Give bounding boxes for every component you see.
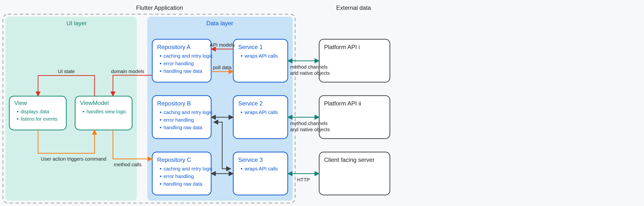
label-ext1-l1: method channels bbox=[290, 121, 328, 126]
repo-b-b0: caching and retry logic bbox=[164, 110, 212, 115]
label-api-models: API models bbox=[210, 42, 235, 48]
repo-a-b1: error handling bbox=[164, 61, 194, 66]
svc-1-title: Service 1 bbox=[238, 44, 263, 50]
label-method-calls: method calls bbox=[114, 162, 142, 167]
architecture-diagram: Flutter Application External data UI lay… bbox=[0, 0, 644, 206]
label-ext0-l1: method channels bbox=[290, 64, 328, 70]
view-title: View bbox=[14, 100, 27, 106]
svg-point-22 bbox=[241, 168, 242, 170]
repo-b-box: Repository B caching and retry logic err… bbox=[152, 96, 212, 139]
viewmodel-title: ViewModel bbox=[80, 100, 109, 106]
svc-1-box: Service 1 wraps API calls bbox=[233, 39, 288, 82]
label-ext1-l2: and native objects bbox=[290, 127, 330, 132]
repo-a-title: Repository A bbox=[157, 44, 190, 50]
repo-c-b0: caching and retry logic bbox=[164, 166, 212, 172]
ui-layer-title: UI layer bbox=[66, 20, 87, 26]
repo-c-box: Repository C caching and retry logic err… bbox=[152, 152, 212, 195]
repo-a-box: Repository A caching and retry logic err… bbox=[152, 39, 212, 82]
svg-point-11 bbox=[160, 119, 161, 121]
repo-b-b2: handling raw data bbox=[164, 125, 202, 130]
svg-point-12 bbox=[160, 127, 161, 128]
svg-point-6 bbox=[160, 55, 161, 57]
ext-0-title: Platform API i bbox=[324, 44, 360, 50]
viewmodel-box: ViewModel handles view logic bbox=[75, 96, 132, 130]
ext-2-box: Client facing server bbox=[319, 152, 390, 195]
svg-point-18 bbox=[241, 55, 242, 57]
repo-c-b2: handling raw data bbox=[164, 181, 202, 187]
svg-point-7 bbox=[160, 63, 161, 64]
label-user-action: User action triggers command bbox=[41, 156, 106, 162]
svg-point-15 bbox=[160, 176, 161, 177]
svc-2-title: Service 2 bbox=[238, 100, 263, 107]
svc-3-b0: wraps API calls bbox=[244, 166, 278, 172]
repo-a-b0: caching and retry logic bbox=[164, 53, 212, 59]
external-title: External data bbox=[336, 4, 371, 11]
ext-1-title: Platform API ii bbox=[324, 100, 361, 107]
label-ext2-l1: HTTP bbox=[297, 177, 310, 183]
svg-point-16 bbox=[160, 183, 161, 185]
svg-point-1 bbox=[17, 111, 18, 112]
label-poll-data: poll data bbox=[213, 65, 232, 70]
svg-point-14 bbox=[160, 168, 161, 170]
svc-2-box: Service 2 wraps API calls bbox=[233, 96, 288, 139]
repo-b-title: Repository B bbox=[157, 100, 191, 107]
repo-c-b1: error handling bbox=[164, 174, 194, 179]
svc-3-box: Service 3 wraps API calls bbox=[233, 152, 288, 195]
label-ui-state: UI state bbox=[58, 69, 75, 74]
svc-1-b0: wraps API calls bbox=[244, 53, 278, 59]
svc-3-title: Service 3 bbox=[238, 157, 263, 163]
viewmodel-bullet-0: handles view logic bbox=[86, 109, 126, 114]
label-ext0-l2: and native objects bbox=[290, 70, 330, 76]
svg-point-10 bbox=[160, 112, 161, 113]
svg-point-20 bbox=[241, 112, 242, 113]
repo-c-title: Repository C bbox=[157, 157, 191, 163]
repo-a-b2: handling raw data bbox=[164, 68, 202, 74]
app-title: Flutter Application bbox=[136, 4, 183, 11]
svg-point-8 bbox=[160, 70, 161, 72]
data-layer-title: Data layer bbox=[206, 20, 233, 26]
ext-2-title: Client facing server bbox=[324, 157, 374, 163]
svg-point-4 bbox=[83, 111, 84, 112]
view-bullet-0: displays data bbox=[20, 109, 50, 114]
svg-point-2 bbox=[17, 118, 18, 120]
label-domain-models: domain models bbox=[111, 69, 144, 74]
view-bullet-1: listens for events bbox=[20, 116, 58, 122]
repo-b-b1: error handling bbox=[164, 117, 194, 123]
svc-2-b0: wraps API calls bbox=[244, 110, 278, 115]
view-box: View displays data listens for events bbox=[9, 96, 66, 130]
